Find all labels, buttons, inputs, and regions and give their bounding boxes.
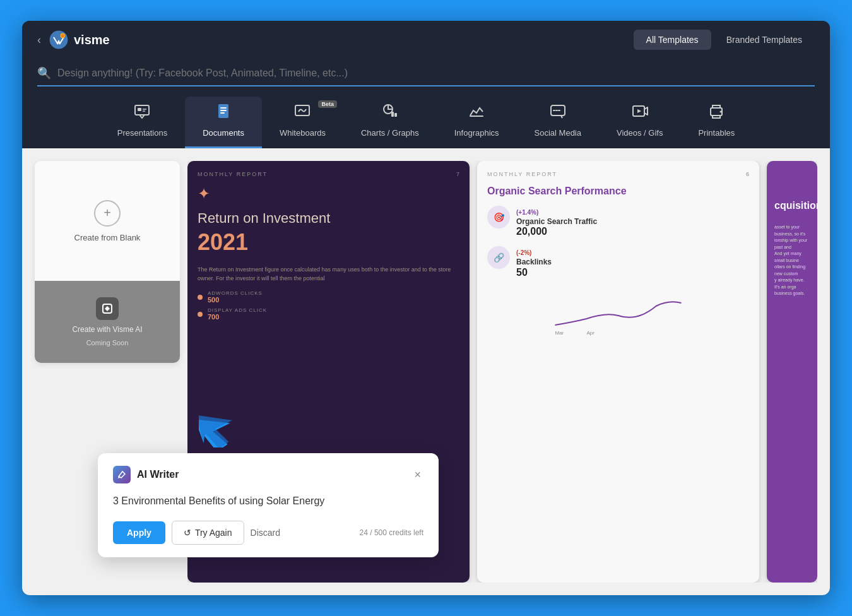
create-blank-card[interactable]: + Create from Blank Create with Visme AI… bbox=[35, 161, 180, 363]
tab-documents-label: Documents bbox=[203, 128, 244, 138]
credits-used: 24 bbox=[360, 528, 368, 537]
tab-charts-graphs[interactable]: Charts / Graphs bbox=[343, 97, 437, 148]
refresh-icon: ↺ bbox=[184, 528, 191, 538]
search-input[interactable] bbox=[57, 68, 815, 79]
coming-soon-label: Coming Soon bbox=[86, 339, 129, 346]
svg-point-2 bbox=[61, 34, 64, 37]
ai-create-label: Create with Visme AI bbox=[72, 325, 142, 334]
branded-templates-tab[interactable]: Branded Templates bbox=[714, 30, 815, 50]
tab-whiteboards[interactable]: Beta Whiteboards bbox=[262, 97, 343, 148]
svg-text:Mar: Mar bbox=[555, 330, 564, 336]
discard-button[interactable]: Discard bbox=[251, 528, 280, 538]
popup-title-area: AI Writer bbox=[113, 466, 179, 483]
metric1-number: 20,000 bbox=[516, 226, 597, 237]
popup-content: 3 Environmental Benefits of using Solar … bbox=[113, 494, 423, 508]
tab-videos-label: Videos / Gifs bbox=[617, 128, 663, 138]
back-arrow-icon[interactable]: ‹ bbox=[37, 33, 41, 47]
metric-circle-1: 🎯 bbox=[487, 206, 510, 228]
infographics-icon bbox=[468, 103, 485, 123]
card1-number: 7 bbox=[456, 171, 459, 177]
documents-icon bbox=[215, 103, 232, 123]
create-blank-top[interactable]: + Create from Blank bbox=[35, 161, 180, 281]
metric1-value: 500 bbox=[208, 296, 263, 304]
svg-rect-10 bbox=[470, 116, 483, 117]
tab-infographics[interactable]: Infographics bbox=[437, 97, 517, 148]
metric-item-1: 🎯 (+1.4%) Organic Search Traffic 20,000 bbox=[487, 206, 749, 237]
blue-arrow bbox=[199, 403, 249, 450]
metric1-change: (+1.4%) bbox=[516, 209, 538, 216]
try-again-label: Try Again bbox=[195, 528, 232, 538]
ai-writer-popup: AI Writer × 3 Environmental Benefits of … bbox=[98, 453, 439, 557]
organic-title: Organic Search Performance bbox=[487, 185, 749, 198]
metric-details-2: (-2%) Backlinks 50 bbox=[516, 246, 552, 278]
nav-tabs: Presentations Documents Beta Whiteboards… bbox=[22, 92, 830, 148]
metric2-label: DISPLAY ADS CLICK bbox=[208, 307, 267, 313]
metric-item-2: 🔗 (-2%) Backlinks 50 bbox=[487, 246, 749, 278]
videos-icon bbox=[632, 103, 648, 123]
social-media-icon bbox=[550, 103, 566, 123]
svg-text:Apr: Apr bbox=[587, 330, 595, 336]
create-blank-label: Create from Blank bbox=[74, 233, 141, 242]
tab-social-media[interactable]: Social Media bbox=[517, 97, 599, 148]
template-card-2[interactable]: MONTHLY REPORT 6 Organic Search Performa… bbox=[477, 161, 759, 583]
app-window: ‹ visme All Templates Branded Templates … bbox=[22, 21, 830, 595]
search-icon: 🔍 bbox=[37, 66, 51, 80]
metric1-name: Organic Search Traffic bbox=[516, 217, 597, 226]
template-card-3[interactable]: cquisition asset to your business, so it… bbox=[767, 161, 817, 583]
tab-presentations[interactable]: Presentations bbox=[100, 97, 186, 148]
visme-logo-icon bbox=[49, 30, 69, 50]
roi-title: Return on Investment bbox=[198, 210, 459, 227]
metric-circle-2: 🔗 bbox=[487, 246, 510, 269]
logo-text: visme bbox=[74, 33, 110, 47]
roi-icon: ✦ bbox=[198, 185, 459, 203]
credits-info: 24 / 500 credits left bbox=[360, 528, 423, 537]
metric-details-1: (+1.4%) Organic Search Traffic 20,000 bbox=[516, 206, 597, 237]
tab-printables[interactable]: Printables bbox=[680, 97, 752, 148]
popup-actions: Apply ↺ Try Again Discard 24 / 500 credi… bbox=[113, 521, 423, 545]
tab-documents[interactable]: Documents bbox=[185, 97, 262, 148]
metric2-value: 700 bbox=[208, 313, 267, 321]
metric-row-2: DISPLAY ADS CLICK 700 bbox=[198, 307, 459, 321]
plus-icon: + bbox=[94, 200, 121, 227]
printables-icon bbox=[708, 103, 725, 123]
metric2-name: Backlinks bbox=[516, 258, 552, 266]
popup-title: AI Writer bbox=[137, 469, 179, 480]
search-wrapper: 🔍 bbox=[37, 66, 815, 86]
header: ‹ visme All Templates Branded Templates bbox=[22, 21, 830, 59]
svg-rect-3 bbox=[135, 105, 149, 115]
metric1-label: ADWORDS CLICKS bbox=[208, 290, 263, 296]
header-right: All Templates Branded Templates bbox=[634, 30, 815, 50]
card2-number: 6 bbox=[746, 171, 749, 177]
ai-pen-icon bbox=[113, 466, 131, 483]
logo-area: visme bbox=[49, 30, 110, 50]
svg-rect-8 bbox=[391, 112, 394, 117]
beta-badge: Beta bbox=[318, 100, 337, 108]
tab-charts-label: Charts / Graphs bbox=[361, 128, 419, 138]
tab-printables-label: Printables bbox=[698, 128, 735, 138]
try-again-button[interactable]: ↺ Try Again bbox=[172, 521, 244, 545]
metric-dot-2 bbox=[198, 312, 203, 317]
card3-text: asset to your business, so it'sionship w… bbox=[767, 219, 817, 302]
credits-label: credits left bbox=[389, 528, 423, 537]
metric-dot-1 bbox=[198, 295, 203, 300]
card2-content: MONTHLY REPORT 6 Organic Search Performa… bbox=[477, 161, 759, 583]
svg-point-0 bbox=[50, 31, 68, 49]
metric2-number: 50 bbox=[516, 267, 552, 278]
popup-header: AI Writer × bbox=[113, 466, 423, 484]
card1-header: MONTHLY REPORT 7 bbox=[198, 171, 459, 177]
card1-header-text: MONTHLY REPORT bbox=[198, 171, 268, 177]
ai-create-icon bbox=[96, 297, 119, 320]
credits-separator: / bbox=[370, 528, 374, 537]
content-area: + Create from Blank Create with Visme AI… bbox=[22, 148, 830, 595]
tab-videos-gifs[interactable]: Videos / Gifs bbox=[599, 97, 680, 148]
card2-header: MONTHLY REPORT 6 bbox=[487, 171, 749, 177]
header-left: ‹ visme bbox=[37, 30, 110, 50]
tab-social-media-label: Social Media bbox=[535, 128, 581, 138]
all-templates-tab[interactable]: All Templates bbox=[634, 30, 711, 50]
metric-row-1: ADWORDS CLICKS 500 bbox=[198, 290, 459, 304]
card3-acq: cquisition bbox=[767, 192, 817, 219]
presentations-icon bbox=[134, 103, 150, 123]
apply-button[interactable]: Apply bbox=[113, 521, 165, 544]
close-popup-button[interactable]: × bbox=[411, 466, 423, 484]
metric2-change: (-2%) bbox=[516, 249, 531, 256]
